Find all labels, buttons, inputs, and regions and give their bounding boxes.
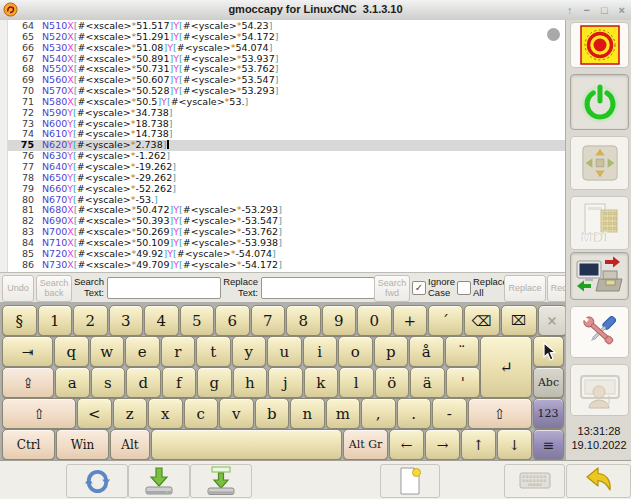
key-4[interactable]: 4 bbox=[144, 305, 179, 336]
key-minus[interactable]: - bbox=[432, 398, 467, 429]
key-q[interactable]: q bbox=[54, 336, 89, 367]
key-k[interactable]: k bbox=[304, 367, 339, 398]
key-0[interactable]: 0 bbox=[357, 305, 392, 336]
key-arrow-left[interactable]: ← bbox=[389, 429, 424, 460]
save-button[interactable] bbox=[128, 464, 190, 498]
auto-mode-button[interactable] bbox=[570, 252, 629, 300]
key-tab[interactable]: ⇥ bbox=[2, 336, 53, 367]
key-b[interactable]: b bbox=[255, 398, 290, 429]
svg-text:MDI: MDI bbox=[580, 228, 608, 244]
key-5[interactable]: 5 bbox=[180, 305, 215, 336]
key-v[interactable]: v bbox=[219, 398, 254, 429]
key-9[interactable]: 9 bbox=[322, 305, 357, 336]
key-pointer[interactable] bbox=[533, 336, 564, 367]
power-button[interactable] bbox=[570, 74, 629, 130]
key-arrow-right[interactable]: → bbox=[425, 429, 460, 460]
replace-button[interactable]: Replace bbox=[504, 275, 546, 302]
key-h[interactable]: h bbox=[233, 367, 268, 398]
key-s[interactable]: s bbox=[91, 367, 126, 398]
key-ö[interactable]: ö bbox=[375, 367, 410, 398]
key-diaeresis[interactable]: ¨ bbox=[445, 336, 480, 367]
user-button[interactable] bbox=[570, 364, 629, 416]
key-enter[interactable]: ↵ bbox=[480, 336, 532, 398]
key-z[interactable]: z bbox=[113, 398, 148, 429]
key-e[interactable]: e bbox=[125, 336, 160, 367]
key-backspace[interactable]: ⌫ bbox=[464, 305, 500, 336]
key-c[interactable]: c bbox=[184, 398, 219, 429]
key-2[interactable]: 2 bbox=[73, 305, 108, 336]
key-section[interactable]: § bbox=[2, 305, 37, 336]
replace-all-checkbox[interactable] bbox=[457, 281, 471, 295]
close-icon[interactable]: × bbox=[619, 2, 625, 18]
gcode-editor[interactable]: 64N510X[#<xscale>*51.517]Y[#<yscale>*54.… bbox=[0, 20, 565, 272]
key-space[interactable] bbox=[151, 429, 342, 460]
key-d[interactable]: d bbox=[126, 367, 161, 398]
replace-text-input[interactable] bbox=[261, 277, 375, 299]
key-ä[interactable]: ä bbox=[410, 367, 445, 398]
key-acute[interactable]: ´ bbox=[428, 305, 463, 336]
key-numeric-layout[interactable]: 123 bbox=[533, 398, 564, 429]
save-as-button[interactable] bbox=[190, 464, 252, 498]
keyboard-toggle-button[interactable] bbox=[504, 464, 565, 498]
new-file-button[interactable] bbox=[380, 464, 440, 498]
code-line[interactable]: 86N730X[#<xscale>*49.709]Y[#<yscale>*-54… bbox=[8, 260, 565, 271]
key-i[interactable]: i bbox=[303, 336, 338, 367]
mdi-mode-button[interactable]: MDI bbox=[570, 196, 629, 250]
key-alt-gr[interactable]: Alt Gr bbox=[343, 429, 388, 460]
key-w[interactable]: w bbox=[90, 336, 125, 367]
key-less-than[interactable]: < bbox=[77, 398, 112, 429]
key-p[interactable]: p bbox=[374, 336, 409, 367]
key-u[interactable]: u bbox=[267, 336, 302, 367]
key-g[interactable]: g bbox=[197, 367, 232, 398]
key-win[interactable]: Win bbox=[56, 429, 109, 460]
key-j[interactable]: j bbox=[268, 367, 303, 398]
maximize-icon[interactable]: □ bbox=[601, 2, 608, 18]
key-8[interactable]: 8 bbox=[286, 305, 321, 336]
key-arrow-down[interactable]: ↓ bbox=[497, 429, 532, 460]
key-å[interactable]: å bbox=[409, 336, 444, 367]
key-delete[interactable]: ⌧ bbox=[501, 305, 537, 336]
reload-button[interactable] bbox=[66, 464, 128, 498]
key-period[interactable]: . bbox=[397, 398, 432, 429]
key-r[interactable]: r bbox=[161, 336, 196, 367]
key-close-keyboard[interactable]: × bbox=[538, 305, 567, 336]
key-y[interactable]: y bbox=[232, 336, 267, 367]
key-n[interactable]: n bbox=[290, 398, 325, 429]
key-abc-layout[interactable]: Abc bbox=[533, 367, 564, 398]
key-caps-lock[interactable]: ⇪ bbox=[2, 367, 54, 398]
manual-mode-button[interactable] bbox=[570, 136, 629, 190]
key-1[interactable]: 1 bbox=[38, 305, 73, 336]
key-o[interactable]: o bbox=[338, 336, 373, 367]
code-text: N730X[#<xscale>*49.709]Y[#<yscale>*-54.1… bbox=[42, 260, 282, 271]
key-shift-left[interactable]: ⇧ bbox=[2, 398, 76, 429]
key-arrow-up[interactable]: ↑ bbox=[461, 429, 496, 460]
key-7[interactable]: 7 bbox=[251, 305, 286, 336]
key-layout-menu[interactable]: ≡ bbox=[533, 429, 564, 460]
rollup-icon[interactable]: ↑ bbox=[567, 2, 573, 18]
key-a[interactable]: a bbox=[55, 367, 90, 398]
search-back-button[interactable]: Search back bbox=[36, 275, 72, 302]
key-l[interactable]: l bbox=[339, 367, 374, 398]
search-fwd-button[interactable]: Search fwd bbox=[374, 275, 410, 302]
settings-button[interactable] bbox=[570, 306, 629, 358]
ignore-case-checkbox[interactable]: ✓ bbox=[412, 281, 426, 295]
key-m[interactable]: m bbox=[326, 398, 361, 429]
estop-button[interactable] bbox=[570, 22, 629, 68]
minimize-icon[interactable]: − bbox=[583, 2, 589, 18]
key-x[interactable]: x bbox=[148, 398, 183, 429]
scrollbar-thumb[interactable] bbox=[547, 28, 560, 41]
key-comma[interactable]: , bbox=[361, 398, 396, 429]
key-alt[interactable]: Alt bbox=[110, 429, 150, 460]
search-text-input[interactable] bbox=[107, 277, 221, 299]
back-button[interactable] bbox=[566, 464, 631, 498]
key-3[interactable]: 3 bbox=[109, 305, 144, 336]
title-bar[interactable]: gmoccapy for LinuxCNC 3.1.3.10 ↑ − □ × bbox=[0, 0, 631, 21]
key-apostrophe[interactable]: ' bbox=[446, 367, 481, 398]
undo-button[interactable]: Undo bbox=[2, 275, 34, 302]
key-6[interactable]: 6 bbox=[215, 305, 250, 336]
key-ctrl[interactable]: Ctrl bbox=[2, 429, 55, 460]
key-plus[interactable]: + bbox=[393, 305, 428, 336]
key-f[interactable]: f bbox=[162, 367, 197, 398]
key-t[interactable]: t bbox=[196, 336, 231, 367]
key-shift-right[interactable]: ⇧ bbox=[468, 398, 532, 429]
